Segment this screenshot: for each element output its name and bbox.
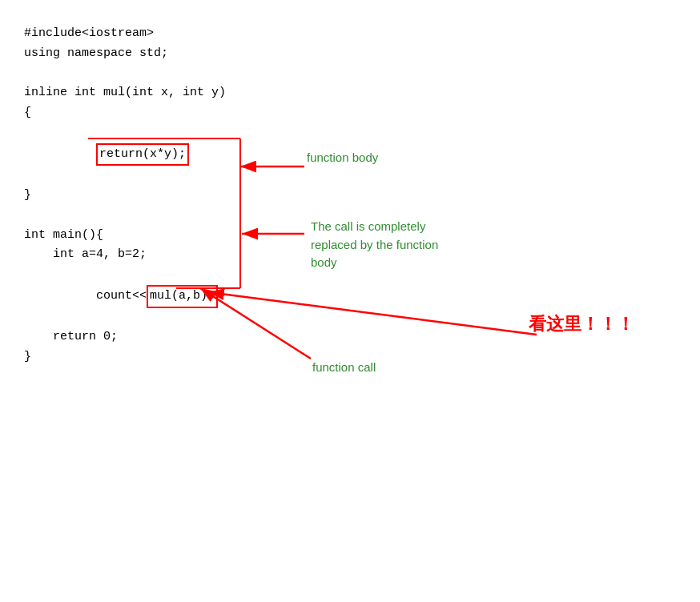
code-line-2: using namespace std;	[24, 44, 676, 64]
code-line-5: {	[24, 103, 676, 123]
code-line-1: #include<iostream>	[24, 24, 676, 44]
function-call-label: function call	[312, 360, 376, 374]
code-line-4: inline int mul(int x, int y)	[24, 83, 676, 103]
code-indent	[67, 147, 96, 161]
code-line-3	[24, 64, 676, 84]
look-here-label: 看这里！！！	[529, 312, 634, 336]
code-line-7: }	[24, 186, 676, 206]
function-body-label: function body	[307, 150, 378, 164]
return-highlight: return(x*y);	[96, 143, 189, 167]
replacement-label: The call is completelyreplaced by the fu…	[311, 218, 438, 272]
mul-highlight: mul(a,b);	[147, 285, 218, 308]
code-prefix: count<<	[67, 289, 147, 303]
main-container: #include<iostream> using namespace std; …	[24, 24, 676, 602]
